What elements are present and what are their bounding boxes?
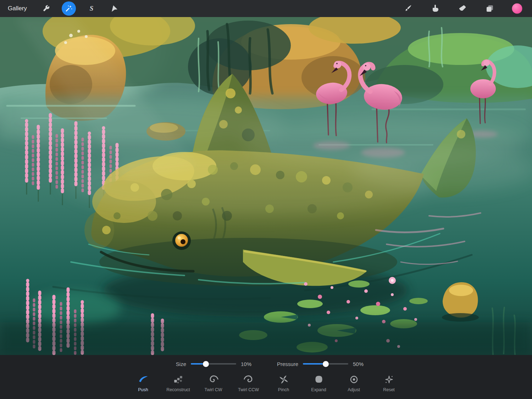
gallery-button[interactable]: Gallery xyxy=(6,5,31,12)
layers-icon xyxy=(486,4,494,13)
paintbrush-icon xyxy=(404,4,412,13)
topbar: Gallery S xyxy=(0,0,532,17)
size-slider-group: Size 10% xyxy=(164,361,256,367)
pinch-petals-icon xyxy=(278,374,289,385)
mode-expand-label: Expand xyxy=(311,387,326,392)
mode-adjust-label: Adjust xyxy=(348,387,360,392)
selection-button[interactable]: S xyxy=(84,1,99,16)
mode-twirl-cw-label: Twirl CW xyxy=(205,387,222,392)
mode-twirl-cw-button[interactable]: Twirl CW xyxy=(201,374,226,392)
color-button[interactable] xyxy=(510,1,524,16)
size-slider-thumb[interactable] xyxy=(203,361,209,367)
reset-sparkle-icon xyxy=(384,374,394,385)
shark-eye xyxy=(172,231,191,250)
mode-reset-label: Reset xyxy=(383,387,395,392)
liquify-panel: Size 10% Pressure 50% xyxy=(0,355,532,399)
transform-button[interactable] xyxy=(107,1,121,16)
mode-push-button[interactable]: Push xyxy=(131,374,155,392)
sliders-row: Size 10% Pressure 50% xyxy=(164,358,368,370)
smudge-button[interactable] xyxy=(428,1,442,16)
size-slider[interactable] xyxy=(191,361,236,367)
topbar-left: Gallery S xyxy=(6,1,121,16)
mode-reset-button[interactable]: Reset xyxy=(377,374,401,392)
mode-twirl-ccw-button[interactable]: Twirl CCW xyxy=(237,374,261,392)
reconstruct-pixels-icon xyxy=(173,374,184,385)
pressure-slider-fill xyxy=(303,363,326,365)
mode-adjust-button[interactable]: Adjust xyxy=(342,374,366,392)
pressure-slider[interactable] xyxy=(303,361,348,367)
size-slider-track[interactable] xyxy=(191,363,236,365)
pressure-slider-value: 50% xyxy=(353,361,368,367)
expand-blob-icon xyxy=(314,374,324,385)
pressure-slider-label: Pressure xyxy=(276,361,298,367)
twirl-ccw-spiral-icon xyxy=(243,374,254,385)
magic-wand-icon xyxy=(65,4,73,13)
canvas-area xyxy=(0,17,532,355)
transform-arrow-icon xyxy=(110,4,118,13)
mode-pinch-button[interactable]: Pinch xyxy=(272,374,296,392)
mode-expand-button[interactable]: Expand xyxy=(307,374,331,392)
adjustments-button[interactable] xyxy=(62,1,76,16)
twirl-cw-spiral-icon xyxy=(208,374,219,385)
size-slider-value: 10% xyxy=(241,361,256,367)
selection-s-icon: S xyxy=(87,4,96,13)
svg-text:S: S xyxy=(90,5,94,12)
mode-twirl-ccw-label: Twirl CCW xyxy=(238,387,259,392)
adjust-circle-icon xyxy=(349,374,359,385)
eraser-icon xyxy=(458,4,467,13)
smudge-finger-icon xyxy=(431,4,439,13)
push-swoosh-icon xyxy=(138,374,149,385)
actions-button[interactable] xyxy=(39,1,53,16)
mode-reconstruct-label: Reconstruct xyxy=(166,387,190,392)
erase-button[interactable] xyxy=(455,1,470,16)
liquify-modes-row: Push Reconstruct Twirl CW xyxy=(131,374,401,392)
wrench-icon xyxy=(42,4,50,13)
mode-push-label: Push xyxy=(138,387,148,392)
layers-button[interactable] xyxy=(483,1,497,16)
size-slider-label: Size xyxy=(164,361,186,367)
pressure-slider-thumb[interactable] xyxy=(323,361,329,367)
color-swatch xyxy=(511,3,523,14)
pressure-slider-group: Pressure 50% xyxy=(276,361,368,367)
topbar-right xyxy=(401,1,526,16)
mode-reconstruct-button[interactable]: Reconstruct xyxy=(166,374,190,392)
procreate-app: Gallery S xyxy=(0,0,532,399)
canvas-painting[interactable] xyxy=(0,17,532,355)
paint-button[interactable] xyxy=(401,1,415,16)
mode-pinch-label: Pinch xyxy=(278,387,289,392)
